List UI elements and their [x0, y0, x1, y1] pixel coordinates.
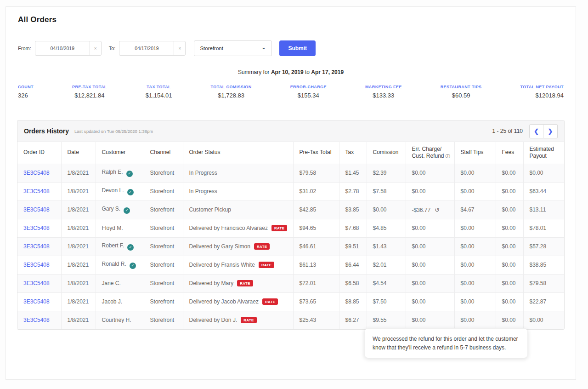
column-header-line: Cust. Refundⓘ: [412, 153, 448, 160]
err-charge-cell: $0.00: [406, 182, 454, 200]
verified-check-icon: ✓: [124, 207, 130, 214]
order-status-cell: Customer Pickup: [183, 200, 293, 219]
prev-page-button[interactable]: ❮: [529, 124, 543, 138]
customer-name: Ralph E.: [102, 169, 123, 175]
date-cell: 1/8/2021: [61, 164, 96, 182]
column-header: Order Status: [183, 142, 293, 164]
rate-badge[interactable]: RATE: [241, 317, 256, 323]
to-date-input[interactable]: 04/17/2019 ×: [119, 41, 186, 56]
table-row: 3E3C54081/8/2021Jacob J.StorefrontDelive…: [17, 292, 564, 311]
column-header: Fees: [496, 142, 523, 164]
refund-info-icon[interactable]: ↺: [435, 206, 440, 213]
comission-cell: $4.85: [367, 219, 406, 237]
order-id-cell: 3E3C5408: [17, 292, 61, 311]
est-payout-cell: $79.58: [523, 274, 564, 292]
column-header: Comission: [367, 142, 406, 164]
rate-badge[interactable]: RATE: [254, 243, 270, 250]
summary-stat: TOTAL NET PAYOUT$12018.94: [520, 85, 564, 99]
order-id-link[interactable]: 3E3C5408: [23, 298, 50, 305]
order-id-link[interactable]: 3E3C5408: [23, 317, 50, 323]
next-page-button[interactable]: ❯: [543, 124, 558, 138]
stat-value: 326: [18, 92, 34, 99]
column-header: Tax: [339, 142, 367, 164]
customer-name: Floyd M.: [102, 225, 123, 231]
staff-tips-cell: $0.00: [454, 164, 496, 182]
pagination: 1 - 25 of 110 ❮ ❯: [492, 124, 558, 138]
err-charge-cell: $0.00: [406, 274, 454, 292]
table-row: 3E3C54081/8/2021Gary S.✓StorefrontCustom…: [17, 200, 564, 219]
customer-cell: Gary S.✓: [96, 200, 144, 219]
err-charge-cell: $0.00: [406, 219, 454, 237]
orders-history-card: Orders History Last updated on Tue 08/25…: [17, 120, 565, 330]
submit-button[interactable]: Submit: [279, 40, 316, 56]
tax-cell: $8.85: [339, 292, 367, 311]
channel-cell: Storefront: [144, 237, 183, 256]
date-cell: 1/8/2021: [61, 292, 96, 311]
order-status-cell: Delivered by Francisco AlvaraezRATE: [183, 219, 293, 237]
table-row: 3E3C54081/8/2021Robert F.✓StorefrontDeli…: [17, 237, 564, 256]
rate-badge[interactable]: RATE: [237, 280, 253, 286]
order-id-cell: 3E3C5408: [17, 311, 61, 329]
stat-value: $12018.94: [520, 92, 564, 99]
column-header-line: Comission: [373, 149, 400, 156]
info-icon[interactable]: ⓘ: [446, 154, 450, 159]
order-id-link[interactable]: 3E3C5408: [23, 188, 50, 194]
order-id-link[interactable]: 3E3C5408: [23, 262, 50, 268]
est-payout-cell: $0.00: [523, 164, 564, 182]
to-label: To:: [109, 46, 116, 51]
pre-tax-cell: $42.85: [293, 200, 339, 219]
date-cell: 1/8/2021: [61, 311, 96, 329]
order-status-cell: Delivered by MaryRATE: [183, 274, 293, 292]
tax-cell: $1.45: [339, 164, 367, 182]
all-orders-page: All Orders From: 04/10/2019 × To: 04/17/…: [6, 6, 576, 380]
date-cell: 1/8/2021: [61, 182, 96, 200]
channel-select[interactable]: Storefront ⌄: [194, 40, 272, 56]
order-id-link[interactable]: 3E3C5408: [23, 170, 50, 176]
err-charge-value: $0.00: [412, 262, 426, 268]
order-id-link[interactable]: 3E3C5408: [23, 225, 50, 231]
orders-table: Order IDDateCustomerChannelOrder StatusP…: [17, 142, 564, 329]
filter-bar: From: 04/10/2019 × To: 04/17/2019 × Stor…: [6, 31, 576, 58]
fees-cell: $0.00: [496, 182, 523, 200]
column-header-line: Payout: [530, 153, 559, 160]
from-date-value[interactable]: 04/10/2019: [35, 41, 90, 55]
column-header-line: Estimated: [530, 146, 559, 153]
order-id-link[interactable]: 3E3C5408: [23, 280, 50, 286]
from-date-input[interactable]: 04/10/2019 ×: [35, 41, 102, 56]
rate-badge[interactable]: RATE: [262, 298, 278, 305]
refund-tooltip: We processed the refund for this order a…: [364, 328, 528, 358]
clear-from-date-icon[interactable]: ×: [90, 41, 101, 55]
order-id-link[interactable]: 3E3C5408: [23, 206, 50, 213]
tax-cell: $3.85: [339, 200, 367, 219]
order-id-link[interactable]: 3E3C5408: [23, 243, 50, 250]
customer-name: Ronald R.: [102, 261, 126, 267]
customer-cell: Devon L.✓: [96, 182, 144, 200]
pre-tax-cell: $25.43: [293, 311, 339, 329]
clear-to-date-icon[interactable]: ×: [174, 41, 185, 55]
to-date-value[interactable]: 04/17/2019: [119, 41, 174, 55]
customer-cell: Jane C.: [96, 274, 144, 292]
pre-tax-cell: $61.13: [293, 256, 339, 274]
staff-tips-cell: $0.00: [454, 182, 496, 200]
verified-check-icon: ✓: [127, 189, 134, 195]
rate-badge[interactable]: RATE: [259, 262, 274, 268]
order-id-cell: 3E3C5408: [17, 164, 61, 182]
stat-label: PRE-TAX TOTAL: [72, 85, 107, 89]
column-header-line: Fees: [502, 149, 517, 156]
pre-tax-cell: $73.65: [293, 292, 339, 311]
column-header: Order ID: [17, 142, 61, 164]
page-title: All Orders: [18, 15, 564, 24]
staff-tips-cell: $0.00: [454, 256, 496, 274]
column-header: Date: [61, 142, 96, 164]
staff-tips-cell: $0.00: [454, 292, 496, 311]
channel-select-value: Storefront: [200, 46, 223, 51]
channel-cell: Storefront: [144, 256, 183, 274]
table-row: 3E3C54081/8/2021Ronald R.✓StorefrontDeli…: [17, 256, 564, 274]
est-payout-cell: $57.28: [523, 237, 564, 256]
comission-cell: $1.43: [367, 237, 406, 256]
channel-cell: Storefront: [144, 182, 183, 200]
summary-prefix: Summary for: [238, 69, 270, 75]
column-header-line: Tax: [345, 149, 361, 156]
rate-badge[interactable]: RATE: [271, 225, 287, 231]
order-status-cell: Delivered by Fransis WhiteRATE: [183, 256, 293, 274]
